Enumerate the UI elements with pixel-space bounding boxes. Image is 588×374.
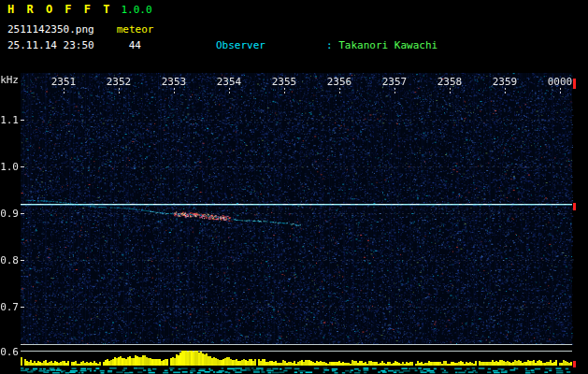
app-title: H R O F F T xyxy=(7,3,112,16)
observation-datetime: 25.11.14 23:50 xyxy=(7,39,94,51)
y-tick-0.8: 0.8 xyxy=(0,254,19,266)
title-row: H R O F F T 1.0.0 xyxy=(7,3,152,16)
x-tick-2358: 2358 xyxy=(436,76,464,88)
hrofft-screen: H R O F F T 1.0.0 2511142350.png meteor … xyxy=(0,0,588,374)
x-tick-0000: 0000 xyxy=(546,76,574,88)
info-value: Takanori Kawachi xyxy=(338,39,437,51)
x-tick-2357: 2357 xyxy=(380,76,409,88)
x-tick-2353: 2353 xyxy=(160,76,188,88)
y-tick-0.6: 0.6 xyxy=(0,346,19,358)
app-version: 1.0.0 xyxy=(121,4,151,16)
info-label: Observer xyxy=(216,39,326,51)
file-row: 2511142350.png meteor xyxy=(7,23,153,36)
x-tick-2359: 2359 xyxy=(491,76,519,88)
x-tick-2352: 2352 xyxy=(105,76,133,88)
minute-counter: 44 xyxy=(129,39,141,51)
spectrogram-canvas xyxy=(0,73,588,374)
output-filename: 2511142350.png xyxy=(7,23,94,36)
mode-label: meteor xyxy=(117,23,154,36)
y-axis-unit: kHz xyxy=(0,74,19,86)
x-tick-2354: 2354 xyxy=(215,76,243,88)
info-separator: : xyxy=(326,39,338,51)
x-tick-2355: 2355 xyxy=(270,76,298,88)
y-tick-1.0: 1.0 xyxy=(0,161,19,173)
y-tick-0.7: 0.7 xyxy=(0,301,19,313)
info-line-observer: Observer: Takanori Kawachi xyxy=(166,27,562,64)
y-tick-0.9: 0.9 xyxy=(0,208,19,220)
datetime-row: 25.11.14 23:50 44 xyxy=(7,39,141,51)
y-tick-1.1: 1.1 xyxy=(0,114,19,126)
x-tick-2351: 2351 xyxy=(50,76,78,88)
x-tick-2356: 2356 xyxy=(325,76,353,88)
